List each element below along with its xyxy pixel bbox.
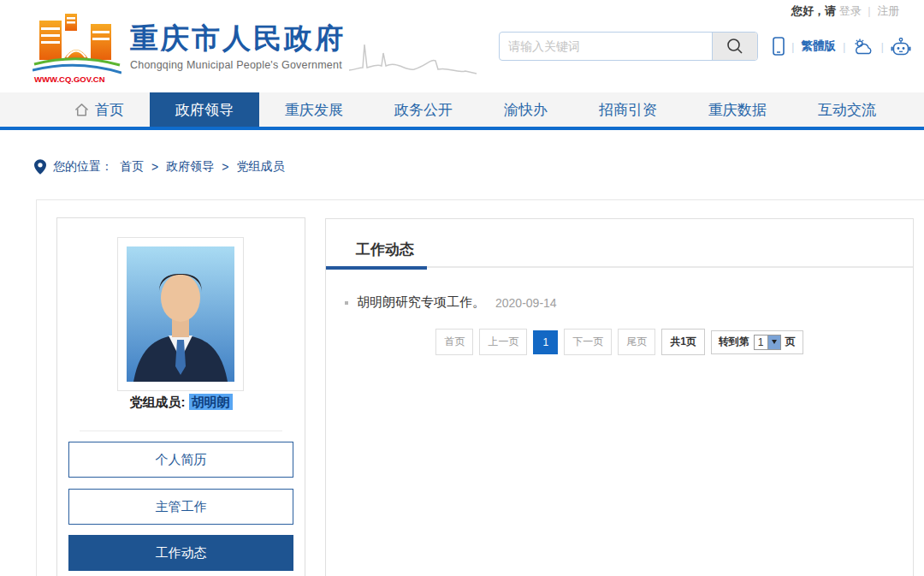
portrait-frame: [117, 237, 244, 391]
nav-item-chongqing-data[interactable]: 重庆数据: [683, 92, 792, 127]
pagination-first-button[interactable]: 首页: [435, 329, 473, 355]
sidebar-item-label: 个人简历: [156, 452, 207, 468]
nav-item-label: 重庆发展: [285, 100, 343, 120]
weather-icon[interactable]: [853, 39, 874, 55]
pagination-prev-button[interactable]: 上一页: [479, 329, 527, 355]
nav-item-home[interactable]: 首页: [48, 92, 150, 127]
section-title: 工作动态: [356, 240, 414, 259]
main-panel: 工作动态 胡明朗研究专项工作。 2020-09-14 首页 上一页 1 下一页 …: [325, 218, 914, 576]
leader-name: 胡明朗: [189, 394, 233, 410]
greeting-text: 您好，请: [791, 4, 836, 17]
nav-item-label: 渝快办: [504, 100, 548, 120]
sidebar-item-responsibilities[interactable]: 主管工作: [68, 489, 293, 525]
breadcrumb-separator: >: [151, 160, 158, 174]
traditional-chinese-link[interactable]: 繁體版: [802, 39, 837, 54]
mobile-icon[interactable]: [773, 37, 785, 56]
breadcrumb-item-leaders[interactable]: 政府领导: [166, 159, 214, 175]
nav-item-label: 政府领导: [175, 100, 234, 120]
sidebar-item-resume[interactable]: 个人简历: [68, 442, 293, 478]
nav-item-government-leaders[interactable]: 政府领导: [150, 92, 259, 127]
nav-item-label: 重庆数据: [708, 100, 767, 120]
pagination-current-page[interactable]: 1: [533, 330, 558, 354]
search-button[interactable]: [712, 33, 757, 60]
sidebar-item-work-updates[interactable]: 工作动态: [68, 535, 293, 571]
search-box: [499, 32, 758, 61]
login-link[interactable]: 登录: [839, 4, 862, 17]
article-title-link[interactable]: 胡明朗研究专项工作。: [357, 294, 485, 311]
nav-item-label: 招商引资: [599, 100, 657, 120]
nav-item-yukuaiban[interactable]: 渝快办: [478, 92, 573, 127]
location-pin-icon: [34, 159, 46, 175]
home-icon: [74, 102, 90, 117]
sidebar-item-label: 工作动态: [156, 545, 207, 561]
role-label: 党组成员:: [129, 395, 185, 409]
breadcrumb: 您的位置： 首页 > 政府领导 > 党组成员: [34, 159, 284, 175]
quick-links-separator: |: [843, 40, 846, 53]
quick-links-separator: |: [881, 40, 885, 53]
pagination-goto-box: 转到第 1 页: [711, 330, 803, 354]
skyline-graphic: [349, 36, 477, 77]
goto-page-select[interactable]: 1: [754, 335, 781, 350]
robot-icon[interactable]: [891, 38, 911, 56]
portrait-photo: [127, 246, 234, 382]
pagination-total-pages: 共1页: [661, 329, 705, 355]
quick-links: | 繁體版 | |: [773, 36, 911, 56]
breadcrumb-item-current: 党组成员: [236, 159, 284, 175]
nav-accent-bar: [0, 127, 924, 130]
nav-item-label: 互动交流: [818, 100, 876, 120]
profile-panel: 党组成员: 胡明朗 个人简历 主管工作 工作动态: [56, 217, 305, 576]
article-date: 2020-09-14: [495, 296, 557, 310]
search-icon: [726, 37, 744, 56]
dropdown-arrow-icon[interactable]: [767, 336, 780, 349]
nav-item-government-affairs[interactable]: 政务公开: [369, 92, 478, 127]
goto-suffix-label: 页: [785, 335, 796, 349]
search-input[interactable]: [500, 33, 712, 60]
section-header: 工作动态: [326, 219, 913, 268]
breadcrumb-item-home[interactable]: 首页: [120, 159, 144, 175]
sidebar-item-label: 主管工作: [156, 499, 207, 515]
logo-buildings-icon: WWW.CQ.GOV.CN: [33, 10, 121, 84]
site-logo[interactable]: WWW.CQ.GOV.CN 重庆市人民政府 Chongqing Municipa…: [33, 10, 477, 84]
breadcrumb-separator: >: [222, 160, 228, 174]
site-subtitle: Chongqing Municipal People's Government: [130, 59, 346, 71]
nav-item-label: 政务公开: [394, 100, 453, 120]
greeting-separator: |: [868, 4, 870, 17]
profile-divider: [80, 431, 282, 431]
goto-page-value: 1: [755, 336, 767, 349]
article-list-item: 胡明朗研究专项工作。 2020-09-14: [345, 294, 557, 311]
greeting-bar: 您好，请 登录 | 注册: [791, 3, 899, 19]
svg-text:WWW.CQ.GOV.CN: WWW.CQ.GOV.CN: [34, 74, 105, 84]
nav-item-label: 首页: [95, 100, 124, 120]
pagination: 首页 上一页 1 下一页 尾页 共1页 转到第 1 页: [326, 329, 913, 355]
nav-item-chongqing-development[interactable]: 重庆发展: [259, 92, 369, 127]
goto-prefix-label: 转到第: [719, 335, 749, 349]
register-link[interactable]: 注册: [877, 4, 899, 17]
pagination-next-button[interactable]: 下一页: [564, 329, 612, 355]
bullet-icon: [345, 301, 348, 305]
main-nav: 首页 政府领导 重庆发展 政务公开 渝快办 招商引资 重庆数据 互动交流: [0, 92, 924, 127]
site-title: 重庆市人民政府: [130, 24, 346, 52]
pagination-last-button[interactable]: 尾页: [618, 329, 655, 355]
section-accent-bar: [326, 266, 427, 270]
nav-item-interaction[interactable]: 互动交流: [792, 92, 902, 127]
breadcrumb-prefix: 您的位置：: [53, 159, 113, 175]
quick-links-separator: |: [791, 40, 795, 53]
profile-name-row: 党组成员: 胡明朗: [57, 395, 305, 411]
nav-item-investment[interactable]: 招商引资: [573, 92, 683, 127]
